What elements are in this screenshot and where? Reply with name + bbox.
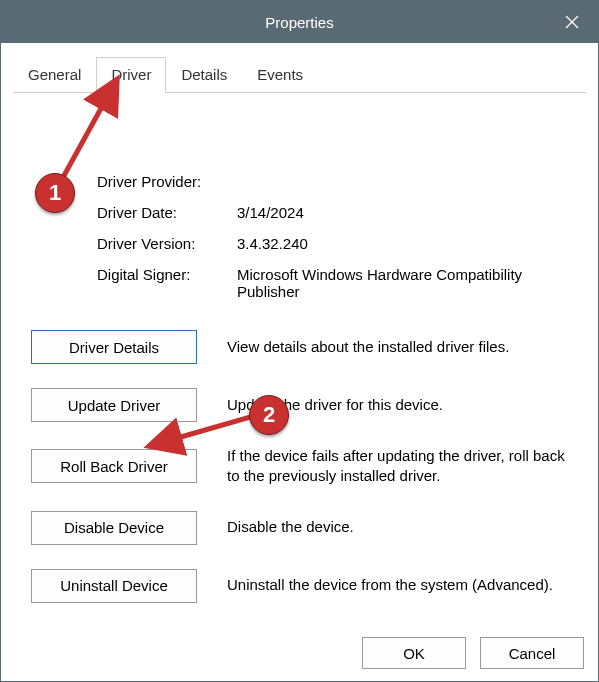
driver-actions: Driver Details View details about the in…: [31, 330, 572, 603]
tab-strip: General Driver Details Events: [13, 57, 586, 93]
tab-driver[interactable]: Driver: [96, 57, 166, 93]
close-button[interactable]: [546, 1, 598, 43]
uninstall-device-desc: Uninstall the device from the system (Ad…: [227, 575, 572, 595]
close-icon: [565, 15, 579, 29]
uninstall-device-button[interactable]: Uninstall Device: [31, 569, 197, 603]
driver-date-value: 3/14/2024: [237, 204, 572, 221]
driver-tab-panel: Driver Provider: Driver Date: 3/14/2024 …: [13, 93, 586, 633]
disable-device-button[interactable]: Disable Device: [31, 511, 197, 545]
driver-date-label: Driver Date:: [97, 204, 227, 221]
tab-events[interactable]: Events: [242, 57, 318, 93]
driver-version-label: Driver Version:: [97, 235, 227, 252]
ok-button[interactable]: OK: [362, 637, 466, 669]
dialog-footer: OK Cancel: [362, 637, 584, 669]
driver-info-grid: Driver Provider: Driver Date: 3/14/2024 …: [97, 173, 572, 300]
update-driver-button[interactable]: Update Driver: [31, 388, 197, 422]
client-area: General Driver Details Events Driver Pro…: [1, 43, 598, 633]
driver-provider-label: Driver Provider:: [97, 173, 227, 190]
roll-back-driver-desc: If the device fails after updating the d…: [227, 446, 572, 487]
driver-provider-value: [237, 173, 572, 190]
tab-general[interactable]: General: [13, 57, 96, 93]
driver-version-value: 3.4.32.240: [237, 235, 572, 252]
tab-details[interactable]: Details: [166, 57, 242, 93]
driver-details-button[interactable]: Driver Details: [31, 330, 197, 364]
digital-signer-value: Microsoft Windows Hardware Compatibility…: [237, 266, 572, 300]
disable-device-desc: Disable the device.: [227, 517, 572, 537]
roll-back-driver-button[interactable]: Roll Back Driver: [31, 449, 197, 483]
update-driver-desc: Update the driver for this device.: [227, 395, 572, 415]
titlebar: Properties: [1, 1, 598, 43]
cancel-button[interactable]: Cancel: [480, 637, 584, 669]
driver-details-desc: View details about the installed driver …: [227, 337, 572, 357]
properties-window: Properties General Driver Details Events…: [0, 0, 599, 682]
digital-signer-label: Digital Signer:: [97, 266, 227, 300]
window-title: Properties: [265, 14, 333, 31]
